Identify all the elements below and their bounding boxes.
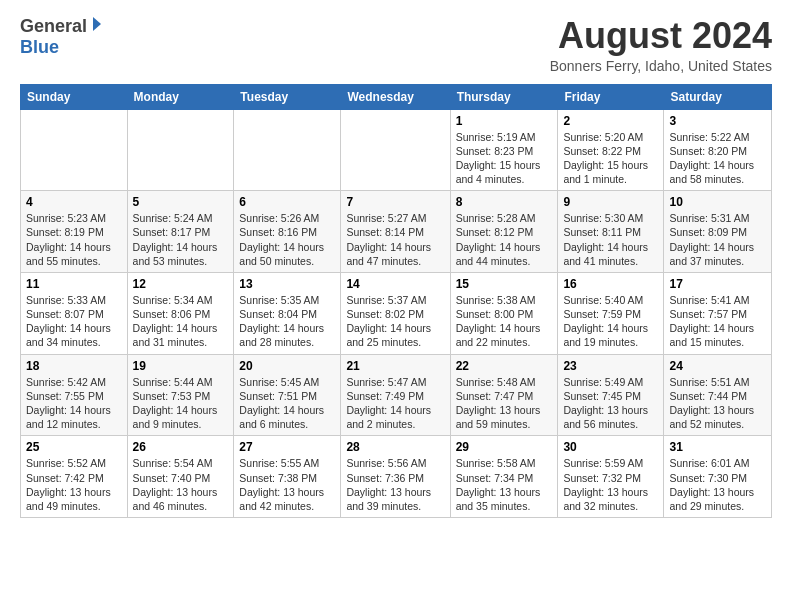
day-number: 27 — [239, 440, 335, 454]
day-info: Sunrise: 5:58 AM Sunset: 7:34 PM Dayligh… — [456, 456, 553, 513]
day-info: Sunrise: 5:42 AM Sunset: 7:55 PM Dayligh… — [26, 375, 122, 432]
day-number: 8 — [456, 195, 553, 209]
header-day-thursday: Thursday — [450, 84, 558, 109]
calendar-cell: 23Sunrise: 5:49 AM Sunset: 7:45 PM Dayli… — [558, 354, 664, 436]
day-info: Sunrise: 5:27 AM Sunset: 8:14 PM Dayligh… — [346, 211, 444, 268]
calendar-cell — [127, 109, 234, 191]
calendar-week-row: 18Sunrise: 5:42 AM Sunset: 7:55 PM Dayli… — [21, 354, 772, 436]
day-number: 3 — [669, 114, 766, 128]
calendar-cell — [341, 109, 450, 191]
day-info: Sunrise: 5:31 AM Sunset: 8:09 PM Dayligh… — [669, 211, 766, 268]
logo-general-text: General — [20, 16, 87, 37]
day-number: 23 — [563, 359, 658, 373]
day-number: 12 — [133, 277, 229, 291]
day-info: Sunrise: 5:55 AM Sunset: 7:38 PM Dayligh… — [239, 456, 335, 513]
day-info: Sunrise: 5:44 AM Sunset: 7:53 PM Dayligh… — [133, 375, 229, 432]
day-info: Sunrise: 5:28 AM Sunset: 8:12 PM Dayligh… — [456, 211, 553, 268]
day-info: Sunrise: 5:24 AM Sunset: 8:17 PM Dayligh… — [133, 211, 229, 268]
calendar-cell: 5Sunrise: 5:24 AM Sunset: 8:17 PM Daylig… — [127, 191, 234, 273]
title-section: August 2024 Bonners Ferry, Idaho, United… — [550, 16, 772, 74]
day-info: Sunrise: 5:41 AM Sunset: 7:57 PM Dayligh… — [669, 293, 766, 350]
day-info: Sunrise: 5:40 AM Sunset: 7:59 PM Dayligh… — [563, 293, 658, 350]
day-number: 7 — [346, 195, 444, 209]
calendar-cell: 19Sunrise: 5:44 AM Sunset: 7:53 PM Dayli… — [127, 354, 234, 436]
calendar-cell: 28Sunrise: 5:56 AM Sunset: 7:36 PM Dayli… — [341, 436, 450, 518]
day-info: Sunrise: 5:51 AM Sunset: 7:44 PM Dayligh… — [669, 375, 766, 432]
header-day-tuesday: Tuesday — [234, 84, 341, 109]
day-info: Sunrise: 6:01 AM Sunset: 7:30 PM Dayligh… — [669, 456, 766, 513]
day-info: Sunrise: 5:19 AM Sunset: 8:23 PM Dayligh… — [456, 130, 553, 187]
calendar-cell: 11Sunrise: 5:33 AM Sunset: 8:07 PM Dayli… — [21, 272, 128, 354]
day-info: Sunrise: 5:48 AM Sunset: 7:47 PM Dayligh… — [456, 375, 553, 432]
header-day-wednesday: Wednesday — [341, 84, 450, 109]
day-info: Sunrise: 5:37 AM Sunset: 8:02 PM Dayligh… — [346, 293, 444, 350]
day-number: 31 — [669, 440, 766, 454]
day-info: Sunrise: 5:56 AM Sunset: 7:36 PM Dayligh… — [346, 456, 444, 513]
calendar-cell: 4Sunrise: 5:23 AM Sunset: 8:19 PM Daylig… — [21, 191, 128, 273]
calendar-cell: 3Sunrise: 5:22 AM Sunset: 8:20 PM Daylig… — [664, 109, 772, 191]
calendar-cell: 12Sunrise: 5:34 AM Sunset: 8:06 PM Dayli… — [127, 272, 234, 354]
calendar-cell: 15Sunrise: 5:38 AM Sunset: 8:00 PM Dayli… — [450, 272, 558, 354]
day-number: 13 — [239, 277, 335, 291]
location-title: Bonners Ferry, Idaho, United States — [550, 58, 772, 74]
calendar-cell: 10Sunrise: 5:31 AM Sunset: 8:09 PM Dayli… — [664, 191, 772, 273]
day-info: Sunrise: 5:34 AM Sunset: 8:06 PM Dayligh… — [133, 293, 229, 350]
day-info: Sunrise: 5:45 AM Sunset: 7:51 PM Dayligh… — [239, 375, 335, 432]
day-info: Sunrise: 5:52 AM Sunset: 7:42 PM Dayligh… — [26, 456, 122, 513]
day-number: 10 — [669, 195, 766, 209]
logo: General Blue — [20, 16, 105, 58]
day-number: 21 — [346, 359, 444, 373]
calendar-cell — [234, 109, 341, 191]
calendar-cell: 31Sunrise: 6:01 AM Sunset: 7:30 PM Dayli… — [664, 436, 772, 518]
calendar-cell: 29Sunrise: 5:58 AM Sunset: 7:34 PM Dayli… — [450, 436, 558, 518]
day-number: 17 — [669, 277, 766, 291]
calendar-cell: 13Sunrise: 5:35 AM Sunset: 8:04 PM Dayli… — [234, 272, 341, 354]
day-number: 19 — [133, 359, 229, 373]
day-info: Sunrise: 5:35 AM Sunset: 8:04 PM Dayligh… — [239, 293, 335, 350]
header-day-friday: Friday — [558, 84, 664, 109]
calendar-cell: 26Sunrise: 5:54 AM Sunset: 7:40 PM Dayli… — [127, 436, 234, 518]
day-info: Sunrise: 5:59 AM Sunset: 7:32 PM Dayligh… — [563, 456, 658, 513]
calendar-cell: 25Sunrise: 5:52 AM Sunset: 7:42 PM Dayli… — [21, 436, 128, 518]
day-number: 4 — [26, 195, 122, 209]
day-number: 14 — [346, 277, 444, 291]
calendar-cell: 20Sunrise: 5:45 AM Sunset: 7:51 PM Dayli… — [234, 354, 341, 436]
calendar-header-row: SundayMondayTuesdayWednesdayThursdayFrid… — [21, 84, 772, 109]
calendar-week-row: 25Sunrise: 5:52 AM Sunset: 7:42 PM Dayli… — [21, 436, 772, 518]
day-number: 26 — [133, 440, 229, 454]
day-number: 1 — [456, 114, 553, 128]
day-number: 11 — [26, 277, 122, 291]
day-info: Sunrise: 5:49 AM Sunset: 7:45 PM Dayligh… — [563, 375, 658, 432]
day-info: Sunrise: 5:47 AM Sunset: 7:49 PM Dayligh… — [346, 375, 444, 432]
calendar-cell: 21Sunrise: 5:47 AM Sunset: 7:49 PM Dayli… — [341, 354, 450, 436]
day-number: 22 — [456, 359, 553, 373]
day-number: 25 — [26, 440, 122, 454]
calendar-cell: 14Sunrise: 5:37 AM Sunset: 8:02 PM Dayli… — [341, 272, 450, 354]
calendar-cell: 2Sunrise: 5:20 AM Sunset: 8:22 PM Daylig… — [558, 109, 664, 191]
calendar-cell: 6Sunrise: 5:26 AM Sunset: 8:16 PM Daylig… — [234, 191, 341, 273]
day-number: 9 — [563, 195, 658, 209]
day-number: 5 — [133, 195, 229, 209]
header: General Blue August 2024 Bonners Ferry, … — [20, 16, 772, 74]
calendar-week-row: 4Sunrise: 5:23 AM Sunset: 8:19 PM Daylig… — [21, 191, 772, 273]
day-info: Sunrise: 5:38 AM Sunset: 8:00 PM Dayligh… — [456, 293, 553, 350]
day-number: 28 — [346, 440, 444, 454]
day-number: 29 — [456, 440, 553, 454]
svg-marker-0 — [93, 17, 101, 31]
day-number: 20 — [239, 359, 335, 373]
day-number: 24 — [669, 359, 766, 373]
calendar-cell: 7Sunrise: 5:27 AM Sunset: 8:14 PM Daylig… — [341, 191, 450, 273]
header-day-sunday: Sunday — [21, 84, 128, 109]
day-info: Sunrise: 5:30 AM Sunset: 8:11 PM Dayligh… — [563, 211, 658, 268]
header-day-monday: Monday — [127, 84, 234, 109]
logo-blue-text: Blue — [20, 37, 59, 57]
calendar-cell: 9Sunrise: 5:30 AM Sunset: 8:11 PM Daylig… — [558, 191, 664, 273]
header-day-saturday: Saturday — [664, 84, 772, 109]
day-number: 18 — [26, 359, 122, 373]
day-info: Sunrise: 5:22 AM Sunset: 8:20 PM Dayligh… — [669, 130, 766, 187]
calendar-table: SundayMondayTuesdayWednesdayThursdayFrid… — [20, 84, 772, 518]
calendar-cell: 1Sunrise: 5:19 AM Sunset: 8:23 PM Daylig… — [450, 109, 558, 191]
day-info: Sunrise: 5:20 AM Sunset: 8:22 PM Dayligh… — [563, 130, 658, 187]
day-info: Sunrise: 5:33 AM Sunset: 8:07 PM Dayligh… — [26, 293, 122, 350]
calendar-cell: 22Sunrise: 5:48 AM Sunset: 7:47 PM Dayli… — [450, 354, 558, 436]
